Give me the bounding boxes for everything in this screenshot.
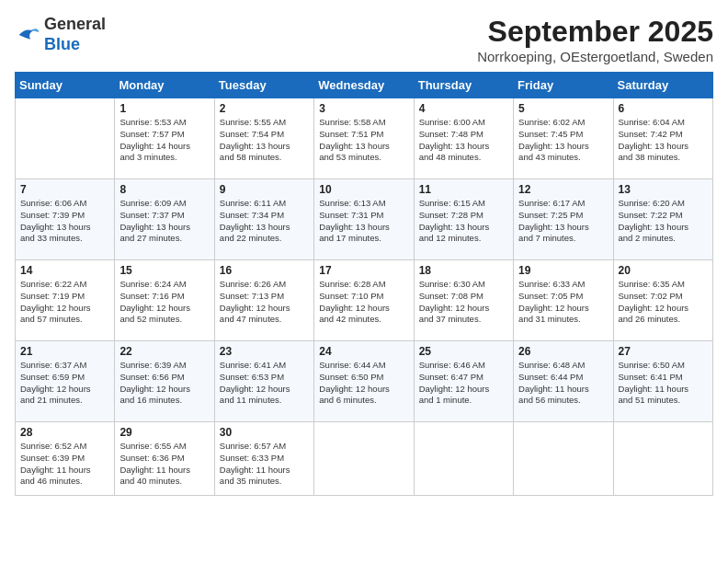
calendar-cell: 11Sunrise: 6:15 AM Sunset: 7:28 PM Dayli…: [414, 179, 513, 260]
calendar-week-row: 1Sunrise: 5:53 AM Sunset: 7:57 PM Daylig…: [16, 98, 713, 179]
calendar-cell: [414, 422, 513, 496]
day-number: 14: [20, 264, 109, 277]
calendar-cell: 13Sunrise: 6:20 AM Sunset: 7:22 PM Dayli…: [613, 179, 712, 260]
day-info: Sunrise: 6:52 AM Sunset: 6:39 PM Dayligh…: [20, 441, 109, 488]
calendar-cell: 21Sunrise: 6:37 AM Sunset: 6:59 PM Dayli…: [16, 341, 115, 422]
calendar-cell: 16Sunrise: 6:26 AM Sunset: 7:13 PM Dayli…: [214, 260, 313, 341]
calendar-cell: 25Sunrise: 6:46 AM Sunset: 6:47 PM Dayli…: [414, 341, 513, 422]
day-number: 4: [419, 102, 508, 115]
calendar-header-row: SundayMondayTuesdayWednesdayThursdayFrid…: [16, 73, 713, 98]
day-info: Sunrise: 6:22 AM Sunset: 7:19 PM Dayligh…: [20, 279, 109, 326]
calendar-cell: 26Sunrise: 6:48 AM Sunset: 6:44 PM Dayli…: [514, 341, 613, 422]
logo: General Blue: [15, 15, 106, 54]
logo-bird-icon: [15, 22, 40, 48]
calendar-title: September 2025: [477, 15, 713, 49]
day-number: 24: [319, 345, 408, 358]
calendar-cell: 8Sunrise: 6:09 AM Sunset: 7:37 PM Daylig…: [115, 179, 214, 260]
day-info: Sunrise: 5:53 AM Sunset: 7:57 PM Dayligh…: [119, 117, 209, 164]
day-info: Sunrise: 6:17 AM Sunset: 7:25 PM Dayligh…: [518, 198, 608, 245]
day-number: 11: [419, 183, 508, 196]
day-number: 3: [319, 102, 408, 115]
calendar-cell: 15Sunrise: 6:24 AM Sunset: 7:16 PM Dayli…: [115, 260, 214, 341]
calendar-cell: 18Sunrise: 6:30 AM Sunset: 7:08 PM Dayli…: [414, 260, 513, 341]
day-info: Sunrise: 6:06 AM Sunset: 7:39 PM Dayligh…: [20, 198, 109, 245]
calendar-cell: [16, 98, 115, 179]
calendar-cell: [514, 422, 613, 496]
day-info: Sunrise: 6:35 AM Sunset: 7:02 PM Dayligh…: [619, 279, 708, 326]
calendar-week-row: 28Sunrise: 6:52 AM Sunset: 6:39 PM Dayli…: [16, 422, 713, 496]
calendar-week-row: 14Sunrise: 6:22 AM Sunset: 7:19 PM Dayli…: [16, 260, 713, 341]
col-header-tuesday: Tuesday: [214, 73, 313, 98]
col-header-sunday: Sunday: [16, 73, 115, 98]
col-header-saturday: Saturday: [613, 73, 712, 98]
day-info: Sunrise: 6:30 AM Sunset: 7:08 PM Dayligh…: [419, 279, 508, 326]
day-info: Sunrise: 5:58 AM Sunset: 7:51 PM Dayligh…: [319, 117, 408, 164]
calendar-cell: [613, 422, 712, 496]
day-number: 28: [20, 426, 109, 439]
calendar-table: SundayMondayTuesdayWednesdayThursdayFrid…: [15, 72, 713, 496]
calendar-cell: 4Sunrise: 6:00 AM Sunset: 7:48 PM Daylig…: [414, 98, 513, 179]
calendar-cell: 1Sunrise: 5:53 AM Sunset: 7:57 PM Daylig…: [115, 98, 214, 179]
calendar-location: Norrkoeping, OEstergoetland, Sweden: [477, 49, 713, 64]
calendar-cell: 28Sunrise: 6:52 AM Sunset: 6:39 PM Dayli…: [16, 422, 115, 496]
day-number: 8: [119, 183, 209, 196]
day-info: Sunrise: 6:44 AM Sunset: 6:50 PM Dayligh…: [319, 360, 408, 407]
calendar-cell: 9Sunrise: 6:11 AM Sunset: 7:34 PM Daylig…: [214, 179, 313, 260]
day-info: Sunrise: 6:00 AM Sunset: 7:48 PM Dayligh…: [419, 117, 508, 164]
day-info: Sunrise: 6:20 AM Sunset: 7:22 PM Dayligh…: [619, 198, 708, 245]
day-info: Sunrise: 6:37 AM Sunset: 6:59 PM Dayligh…: [20, 360, 109, 407]
day-number: 26: [518, 345, 608, 358]
day-info: Sunrise: 6:57 AM Sunset: 6:33 PM Dayligh…: [220, 441, 309, 488]
calendar-cell: 30Sunrise: 6:57 AM Sunset: 6:33 PM Dayli…: [214, 422, 313, 496]
day-number: 12: [518, 183, 608, 196]
day-number: 1: [119, 102, 209, 115]
calendar-week-row: 7Sunrise: 6:06 AM Sunset: 7:39 PM Daylig…: [16, 179, 713, 260]
day-number: 7: [20, 183, 109, 196]
calendar-week-row: 21Sunrise: 6:37 AM Sunset: 6:59 PM Dayli…: [16, 341, 713, 422]
calendar-cell: 3Sunrise: 5:58 AM Sunset: 7:51 PM Daylig…: [314, 98, 414, 179]
calendar-cell: [314, 422, 414, 496]
day-number: 15: [119, 264, 209, 277]
col-header-thursday: Thursday: [414, 73, 513, 98]
page-header: General Blue September 2025 Norrkoeping,…: [15, 15, 713, 64]
day-info: Sunrise: 6:50 AM Sunset: 6:41 PM Dayligh…: [619, 360, 708, 407]
day-number: 25: [419, 345, 508, 358]
calendar-cell: 14Sunrise: 6:22 AM Sunset: 7:19 PM Dayli…: [16, 260, 115, 341]
calendar-cell: 20Sunrise: 6:35 AM Sunset: 7:02 PM Dayli…: [613, 260, 712, 341]
day-number: 18: [419, 264, 508, 277]
day-number: 30: [220, 426, 309, 439]
col-header-friday: Friday: [514, 73, 613, 98]
day-number: 23: [220, 345, 309, 358]
calendar-cell: 23Sunrise: 6:41 AM Sunset: 6:53 PM Dayli…: [214, 341, 313, 422]
day-number: 13: [619, 183, 708, 196]
day-number: 2: [220, 102, 309, 115]
day-info: Sunrise: 6:04 AM Sunset: 7:42 PM Dayligh…: [619, 117, 708, 164]
day-info: Sunrise: 6:41 AM Sunset: 6:53 PM Dayligh…: [220, 360, 309, 407]
calendar-cell: 24Sunrise: 6:44 AM Sunset: 6:50 PM Dayli…: [314, 341, 414, 422]
day-info: Sunrise: 6:11 AM Sunset: 7:34 PM Dayligh…: [220, 198, 309, 245]
day-info: Sunrise: 6:02 AM Sunset: 7:45 PM Dayligh…: [518, 117, 608, 164]
day-number: 20: [619, 264, 708, 277]
calendar-cell: 6Sunrise: 6:04 AM Sunset: 7:42 PM Daylig…: [613, 98, 712, 179]
day-info: Sunrise: 6:33 AM Sunset: 7:05 PM Dayligh…: [518, 279, 608, 326]
day-number: 21: [20, 345, 109, 358]
calendar-cell: 2Sunrise: 5:55 AM Sunset: 7:54 PM Daylig…: [214, 98, 313, 179]
calendar-cell: 22Sunrise: 6:39 AM Sunset: 6:56 PM Dayli…: [115, 341, 214, 422]
day-number: 9: [220, 183, 309, 196]
day-info: Sunrise: 6:55 AM Sunset: 6:36 PM Dayligh…: [119, 441, 209, 488]
calendar-cell: 19Sunrise: 6:33 AM Sunset: 7:05 PM Dayli…: [514, 260, 613, 341]
day-info: Sunrise: 6:09 AM Sunset: 7:37 PM Dayligh…: [119, 198, 209, 245]
day-number: 19: [518, 264, 608, 277]
day-info: Sunrise: 6:28 AM Sunset: 7:10 PM Dayligh…: [319, 279, 408, 326]
day-info: Sunrise: 6:48 AM Sunset: 6:44 PM Dayligh…: [518, 360, 608, 407]
calendar-cell: 5Sunrise: 6:02 AM Sunset: 7:45 PM Daylig…: [514, 98, 613, 179]
calendar-cell: 17Sunrise: 6:28 AM Sunset: 7:10 PM Dayli…: [314, 260, 414, 341]
title-block: September 2025 Norrkoeping, OEstergoetla…: [477, 15, 713, 64]
calendar-cell: 10Sunrise: 6:13 AM Sunset: 7:31 PM Dayli…: [314, 179, 414, 260]
day-number: 10: [319, 183, 408, 196]
day-info: Sunrise: 6:39 AM Sunset: 6:56 PM Dayligh…: [119, 360, 209, 407]
col-header-wednesday: Wednesday: [314, 73, 414, 98]
day-number: 5: [518, 102, 608, 115]
day-info: Sunrise: 6:13 AM Sunset: 7:31 PM Dayligh…: [319, 198, 408, 245]
day-info: Sunrise: 6:26 AM Sunset: 7:13 PM Dayligh…: [220, 279, 309, 326]
